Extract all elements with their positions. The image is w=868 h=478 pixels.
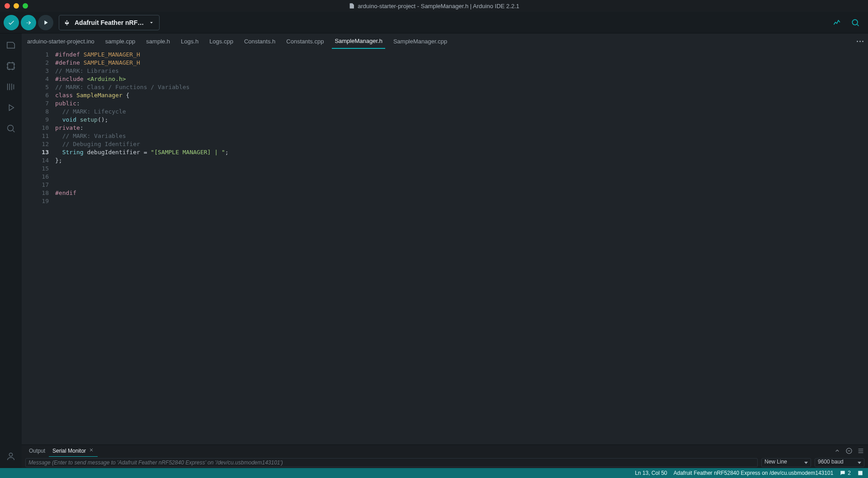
serial-message-input[interactable] [25,458,758,467]
board-name: Adafruit Feather nRF… [75,19,144,26]
search-icon[interactable] [5,123,16,134]
svg-point-0 [852,19,858,25]
panel-tabbar: OutputSerial Monitor [22,445,868,457]
file-icon [349,3,355,9]
editor-tab[interactable]: SampleManager.h [332,33,385,49]
usb-icon [64,19,70,26]
editor-tab[interactable]: Constants.cpp [283,33,326,49]
window-title: arduino-starter-project - SampleManager.… [349,3,519,9]
baud-rate-select[interactable]: 9600 baud [815,458,864,467]
tabbar-overflow-button[interactable] [857,41,863,42]
serial-monitor-button[interactable] [849,16,862,29]
editor-tab[interactable]: Logs.cpp [207,33,236,49]
svg-rect-5 [858,471,862,475]
library-manager-icon[interactable] [5,81,16,92]
boards-manager-icon[interactable] [5,61,16,71]
serial-input-row: New Line 9600 baud [22,457,868,468]
svg-point-2 [8,125,14,131]
editor-tab[interactable]: sample.h [143,33,173,49]
notifications-button[interactable]: 2 [840,470,851,476]
verify-button[interactable] [4,15,19,30]
close-window-button[interactable] [5,3,10,9]
minimize-window-button[interactable] [14,3,19,9]
line-ending-select[interactable]: New Line [761,458,811,467]
code-editor[interactable]: 12345678910111213141516171819 #ifndef SA… [22,49,868,445]
close-icon[interactable] [89,447,94,454]
debug-panel-icon[interactable] [5,102,16,113]
sketchbook-icon[interactable] [5,40,16,51]
cursor-position[interactable]: Ln 13, Col 50 [635,470,667,476]
chevron-down-icon [148,19,155,26]
clear-output-button[interactable] [845,447,853,454]
svg-point-3 [9,453,12,456]
account-icon[interactable] [5,451,16,462]
toolbar: Adafruit Feather nRF… [0,12,868,33]
editor-tab[interactable]: SampleManager.cpp [391,33,450,49]
panel-tab[interactable]: Serial Monitor [49,445,98,457]
board-selector[interactable]: Adafruit Feather nRF… [59,15,160,30]
panel-tab[interactable]: Output [25,445,49,457]
editor-tab[interactable]: sample.cpp [103,33,138,49]
line-gutter: 12345678910111213141516171819 [22,49,53,445]
maximize-window-button[interactable] [23,3,28,9]
editor-tabbar: arduino-starter-project.inosample.cppsam… [22,33,868,49]
activity-bar [0,33,22,468]
svg-rect-1 [8,63,14,70]
titlebar: arduino-starter-project - SampleManager.… [0,0,868,12]
panel-toggle-button[interactable] [834,447,841,454]
status-bar: Ln 13, Col 50 Adafruit Feather nRF52840 … [0,468,868,478]
upload-button[interactable] [21,15,36,30]
serial-plotter-button[interactable] [831,16,844,29]
bottom-panel: OutputSerial Monitor New Line 9600 baud [22,445,868,468]
window-controls [5,3,28,9]
panel-options-button[interactable] [857,447,864,454]
board-port-status[interactable]: Adafruit Feather nRF52840 Express on /de… [674,470,834,476]
debug-button[interactable] [38,15,53,30]
editor-tab[interactable]: Constants.h [241,33,278,49]
editor-tab[interactable]: arduino-starter-project.ino [24,33,97,49]
code-content[interactable]: #ifndef SAMPLE_MANAGER_H#define SAMPLE_M… [53,49,868,445]
close-panel-button[interactable] [857,470,863,476]
editor-tab[interactable]: Logs.h [178,33,201,49]
